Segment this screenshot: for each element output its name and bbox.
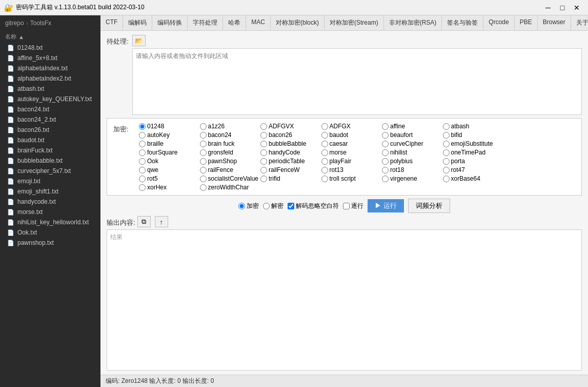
encrypt-radio-label[interactable]: 加密 bbox=[238, 202, 259, 210]
sidebar-file-item[interactable]: 📄handycode.txt bbox=[0, 197, 100, 207]
cipher-option-socialistCoreValue[interactable]: socialistCoreValue bbox=[200, 175, 259, 182]
cipher-option-braille[interactable]: braille bbox=[139, 140, 198, 147]
cipher-option-beaufort[interactable]: beaufort bbox=[382, 131, 441, 139]
cipher-option-01248[interactable]: 01248 bbox=[139, 123, 198, 130]
cipher-option-virgenene[interactable]: virgenene bbox=[382, 175, 441, 182]
decrypt-radio[interactable] bbox=[263, 203, 270, 209]
freq-analysis-button[interactable]: 词频分析 bbox=[408, 199, 450, 213]
sidebar-file-item[interactable]: 📄nihiList_key_helloworld.txt bbox=[0, 217, 100, 227]
ignore-space-checkbox[interactable] bbox=[288, 203, 294, 209]
cipher-radio-caesar[interactable] bbox=[321, 141, 328, 147]
sidebar-file-item[interactable]: 📄01248.txt bbox=[0, 43, 100, 53]
cipher-radio-braille[interactable] bbox=[139, 141, 146, 147]
tab-Browser[interactable]: Browser bbox=[538, 15, 571, 30]
cipher-radio-qwe[interactable] bbox=[139, 167, 146, 173]
sidebar-file-item[interactable]: 📄pawnshop.txt bbox=[0, 238, 100, 248]
cipher-radio-pawnShop[interactable] bbox=[200, 158, 207, 165]
cipher-radio-nihilist[interactable] bbox=[382, 149, 389, 156]
cipher-radio-curveCipher[interactable] bbox=[382, 141, 389, 147]
sidebar-file-item[interactable]: 📄curvecipher_5x7.txt bbox=[0, 166, 100, 176]
cipher-option-railFence[interactable]: railFence bbox=[200, 166, 259, 173]
cipher-radio-01248[interactable] bbox=[139, 123, 146, 130]
cipher-radio-ADFGVX[interactable] bbox=[260, 123, 267, 130]
cipher-radio-zeroWidthChar[interactable] bbox=[200, 184, 207, 191]
sidebar-file-item[interactable]: 📄emoji.txt bbox=[0, 176, 100, 186]
cipher-radio-emojiSubstitute[interactable] bbox=[443, 141, 450, 147]
output-textbox[interactable]: 结果 bbox=[107, 229, 582, 371]
encrypt-radio[interactable] bbox=[238, 203, 245, 209]
sidebar-file-item[interactable]: 📄alphabetaIndex.txt bbox=[0, 63, 100, 73]
import-file-button[interactable]: 📂 bbox=[132, 35, 146, 46]
tab-签名与验签[interactable]: 签名与验签 bbox=[442, 15, 483, 30]
cipher-option-bubbleBabble[interactable]: bubbleBabble bbox=[260, 140, 319, 147]
cipher-option-playFair[interactable]: playFair bbox=[321, 158, 380, 165]
cipher-radio-railFence[interactable] bbox=[200, 167, 207, 173]
cipher-option-autoKey[interactable]: autoKey bbox=[139, 131, 198, 139]
cipher-option-caesar[interactable]: caesar bbox=[321, 140, 380, 147]
cipher-option-nihilist[interactable]: nihilist bbox=[382, 149, 441, 156]
tab-非对称加密(RSA)[interactable]: 非对称加密(RSA) bbox=[384, 15, 442, 30]
cipher-radio-porta[interactable] bbox=[443, 158, 450, 165]
cipher-option-fourSquare[interactable]: fourSquare bbox=[139, 149, 198, 156]
tab-对称加密(Stream)[interactable]: 对称加密(Stream) bbox=[325, 15, 384, 30]
decrypt-radio-label[interactable]: 解密 bbox=[263, 202, 283, 210]
step-checkbox-label[interactable]: 逐行 bbox=[343, 202, 363, 210]
cipher-radio-troll_script[interactable] bbox=[321, 176, 328, 182]
cipher-option-ADFGVX[interactable]: ADFGVX bbox=[260, 123, 319, 130]
breadcrumb-toolsfx[interactable]: ToolsFx bbox=[30, 20, 51, 27]
cipher-option-bifid[interactable]: bifid bbox=[443, 131, 502, 139]
cipher-option-xorBase64[interactable]: xorBase64 bbox=[443, 175, 502, 182]
cipher-option-rot13[interactable]: rot13 bbox=[321, 166, 380, 173]
cipher-option-curveCipher[interactable]: curveCipher bbox=[382, 140, 441, 147]
cipher-radio-xorHex[interactable] bbox=[139, 184, 146, 191]
tab-PBE[interactable]: PBE bbox=[515, 15, 538, 30]
sidebar-file-item[interactable]: 📄alphabetaIndex2.txt bbox=[0, 73, 100, 84]
breadcrumb-gitrepo[interactable]: gitrepo bbox=[5, 20, 24, 27]
cipher-option-xorHex[interactable]: xorHex bbox=[139, 184, 198, 191]
cipher-radio-gronsfeld[interactable] bbox=[200, 149, 207, 156]
cipher-option-qwe[interactable]: qwe bbox=[139, 166, 198, 173]
cipher-radio-a1z26[interactable] bbox=[200, 123, 207, 130]
cipher-option-rot5[interactable]: rot5 bbox=[139, 175, 198, 182]
cipher-option-atbash[interactable]: atbash bbox=[443, 123, 502, 130]
cipher-option-polybius[interactable]: polybius bbox=[382, 158, 441, 165]
cipher-radio-beaufort[interactable] bbox=[382, 132, 389, 139]
cipher-option-handyCode[interactable]: handyCode bbox=[260, 149, 319, 156]
cipher-option-Ook[interactable]: Ook bbox=[139, 158, 198, 165]
cipher-radio-rot5[interactable] bbox=[139, 176, 146, 182]
cipher-radio-affine[interactable] bbox=[382, 123, 389, 130]
sidebar-file-item[interactable]: 📄autokey_key_QUEENLY.txt bbox=[0, 94, 100, 104]
tab-CTF[interactable]: CTF bbox=[100, 15, 123, 30]
cipher-option-rot18[interactable]: rot18 bbox=[382, 166, 441, 173]
step-checkbox[interactable] bbox=[343, 203, 350, 209]
cipher-radio-periodicTable[interactable] bbox=[260, 158, 267, 165]
cipher-option-trifid[interactable]: trifid bbox=[260, 175, 319, 182]
sidebar-file-item[interactable]: 📄baudot.txt bbox=[0, 135, 100, 145]
ignore-space-checkbox-label[interactable]: 解码忽略空白符 bbox=[288, 202, 339, 210]
sidebar-file-item[interactable]: 📄bacon26.txt bbox=[0, 125, 100, 135]
cipher-radio-rot18[interactable] bbox=[382, 167, 389, 173]
close-button[interactable]: ✕ bbox=[570, 1, 584, 15]
cipher-option-zeroWidthChar[interactable]: zeroWidthChar bbox=[200, 184, 259, 191]
sidebar-file-item[interactable]: 📄brainFuck.txt bbox=[0, 145, 100, 156]
cipher-option-porta[interactable]: porta bbox=[443, 158, 502, 165]
tab-Qrcode[interactable]: Qrcode bbox=[483, 15, 514, 30]
cipher-option-baudot[interactable]: baudot bbox=[321, 131, 380, 139]
cipher-radio-trifid[interactable] bbox=[260, 176, 267, 182]
cipher-radio-socialistCoreValue[interactable] bbox=[200, 176, 207, 182]
tab-编码转换[interactable]: 编码转换 bbox=[152, 15, 188, 30]
tab-编解码[interactable]: 编解码 bbox=[123, 15, 152, 30]
cipher-radio-baudot[interactable] bbox=[321, 132, 328, 139]
cipher-option-ADFGX[interactable]: ADFGX bbox=[321, 123, 380, 130]
tab-对称加密(block)[interactable]: 对称加密(block) bbox=[271, 15, 325, 30]
input-textarea[interactable] bbox=[132, 48, 582, 115]
cipher-radio-handyCode[interactable] bbox=[260, 149, 267, 156]
tab-MAC[interactable]: MAC bbox=[246, 15, 271, 30]
cipher-radio-brain_fuck[interactable] bbox=[200, 141, 207, 147]
cipher-radio-virgenene[interactable] bbox=[382, 176, 389, 182]
cipher-option-troll_script[interactable]: troll script bbox=[321, 175, 380, 182]
cipher-radio-playFair[interactable] bbox=[321, 158, 328, 165]
cipher-option-rot47[interactable]: rot47 bbox=[443, 166, 502, 173]
run-button[interactable]: ▶ 运行 bbox=[368, 199, 404, 212]
cipher-radio-bubbleBabble[interactable] bbox=[260, 141, 267, 147]
